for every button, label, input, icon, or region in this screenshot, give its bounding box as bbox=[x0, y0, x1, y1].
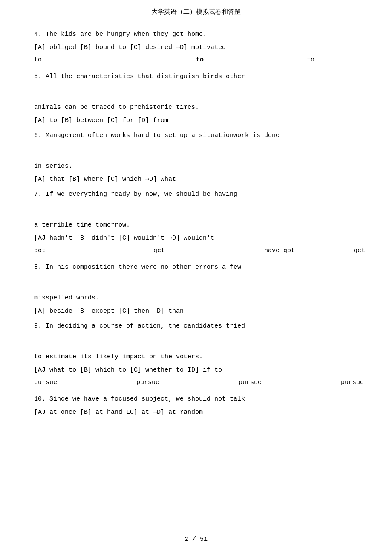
question-5: 5. All the characteristics that distingu… bbox=[34, 71, 366, 126]
q4-answers: to to to bbox=[34, 54, 366, 66]
question-10: 10. Since we have a focused subject, we … bbox=[34, 393, 366, 418]
q9-options: [AJ what to [B] which to [C] whether to … bbox=[34, 364, 366, 376]
q6-options: [A] that [B] where [C] which →D] what bbox=[34, 174, 366, 185]
q9-ans-d: pursue bbox=[341, 377, 392, 388]
q7-ans-gap1 bbox=[102, 245, 153, 256]
q7-ans-d: get bbox=[354, 245, 392, 256]
q8-line1: 8. In his composition there were no othe… bbox=[34, 262, 366, 273]
question-8: 8. In his composition there were no othe… bbox=[34, 262, 366, 317]
page-footer: 2 / 51 bbox=[0, 536, 392, 543]
q5-blank bbox=[34, 84, 366, 96]
q10-options: [AJ at once [B] at hand LC] at →D] at ra… bbox=[34, 407, 366, 418]
q9-ans-gap3 bbox=[307, 377, 341, 388]
q4-ans-d: to bbox=[307, 54, 375, 66]
q7-options: [AJ hadn't [B] didn't [C] wouldn't →D] w… bbox=[34, 232, 366, 244]
q7-ans-c: have got bbox=[264, 245, 332, 256]
q7-ans-a: got bbox=[34, 245, 102, 256]
q6-line2: in series. bbox=[34, 160, 366, 172]
main-content: 4. The kids are be hungry when they get … bbox=[0, 20, 392, 447]
q6-blank bbox=[34, 143, 366, 154]
q9-line1: 9. In deciding a course of action, the c… bbox=[34, 320, 366, 332]
q10-line1: 10. Since we have a focused subject, we … bbox=[34, 393, 366, 405]
q9-ans-gap2 bbox=[205, 377, 239, 388]
question-7: 7. If we everything ready by now, we sho… bbox=[34, 189, 366, 256]
q8-blank bbox=[34, 275, 366, 286]
q5-line1: 5. All the characteristics that distingu… bbox=[34, 71, 366, 82]
q9-answers: pursue pursue pursue pursue bbox=[34, 377, 366, 388]
q5-options: [A] to [B] between [C] for [D] from bbox=[34, 115, 366, 126]
header-title: 大学英语（二）模拟试卷和答罡 bbox=[151, 9, 241, 16]
q9-ans-c: pursue bbox=[239, 377, 307, 388]
page-header: 大学英语（二）模拟试卷和答罡 bbox=[0, 0, 392, 20]
q7-line2: a terrible time tomorrow. bbox=[34, 219, 366, 231]
q4-line1: 4. The kids are be hungry when they get … bbox=[34, 29, 366, 40]
q7-ans-b: get bbox=[153, 245, 222, 256]
q7-line1: 7. If we everything ready by now, we sho… bbox=[34, 189, 366, 200]
q6-line1: 6. Management often works hard to set up… bbox=[34, 130, 366, 141]
q9-ans-b: pursue bbox=[136, 377, 205, 388]
q9-ans-a: pursue bbox=[34, 377, 102, 388]
q4-ans-a: to bbox=[34, 54, 102, 66]
question-6: 6. Management often works hard to set up… bbox=[34, 130, 366, 185]
q4-ans-b bbox=[102, 54, 196, 66]
q4-ans-gap bbox=[264, 54, 307, 66]
page-number: 2 / 51 bbox=[184, 536, 208, 543]
q7-ans-gap3 bbox=[332, 245, 354, 256]
q7-blank bbox=[34, 202, 366, 213]
question-4: 4. The kids are be hungry when they get … bbox=[34, 29, 366, 66]
q8-line2: misspelled words. bbox=[34, 292, 366, 304]
q9-ans-gap1 bbox=[102, 377, 136, 388]
q9-blank bbox=[34, 334, 366, 345]
q8-options: [A] beside [B] except [C] then →D] than bbox=[34, 305, 366, 317]
q7-answers: got get have got get bbox=[34, 245, 366, 256]
q9-line2: to estimate its likely impact on the vot… bbox=[34, 351, 366, 363]
q7-ans-gap2 bbox=[222, 245, 264, 256]
q4-options: [A] obliged [B] bound to [C] desired →D]… bbox=[34, 42, 366, 53]
question-9: 9. In deciding a course of action, the c… bbox=[34, 320, 366, 388]
q5-line2: animals can be traced to prehistoric tim… bbox=[34, 102, 366, 113]
q4-ans-c: to bbox=[196, 54, 264, 66]
